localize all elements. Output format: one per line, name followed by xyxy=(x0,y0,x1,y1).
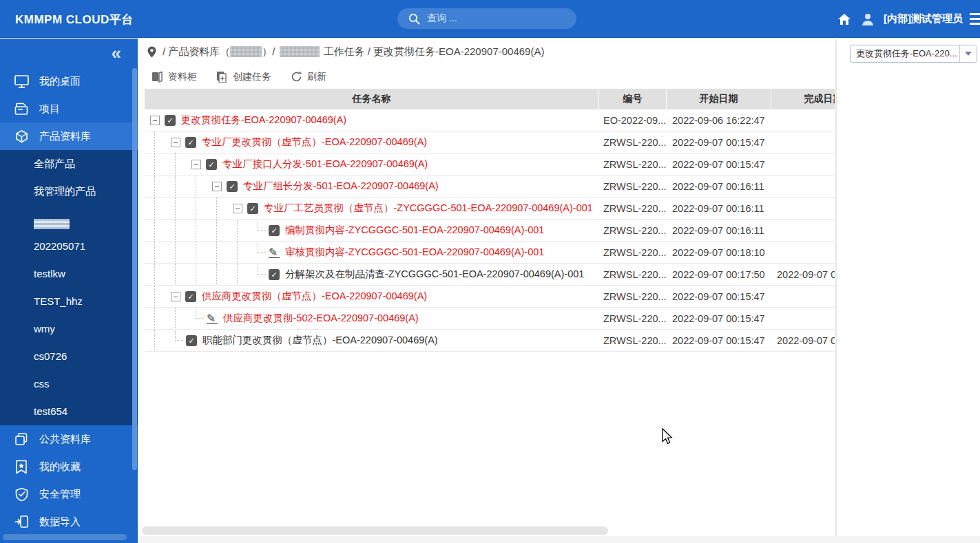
tree-collapse-icon[interactable] xyxy=(233,204,242,213)
task-name[interactable]: 编制贯彻内容-ZYCGGGC-501-EOA-220907-00469(A)-0… xyxy=(285,224,544,237)
column-header-finish-date[interactable]: 完成日期 xyxy=(771,89,835,109)
redacted-text xyxy=(230,46,262,57)
task-table: 任务名称 编号 开始日期 完成日期 ✓更改贯彻任务-EOA-220907-004… xyxy=(145,89,835,352)
dropdown-arrow-button[interactable] xyxy=(959,45,977,62)
sidebar-subitem[interactable] xyxy=(0,205,138,233)
sidebar-subitem[interactable]: 全部产品 xyxy=(0,150,138,178)
user-icon[interactable] xyxy=(859,10,877,28)
tree-collapse-icon[interactable] xyxy=(150,116,160,125)
sidebar-subitem[interactable]: test654 xyxy=(0,398,138,425)
table-row[interactable]: ✓编制贯彻内容-ZYCGGGC-501-EOA-220907-00469(A)-… xyxy=(145,220,835,242)
sidebar-item-label: 我的桌面 xyxy=(39,75,81,88)
task-name[interactable]: 专业厂更改贯彻（虚节点）-EOA-220907-00469(A) xyxy=(202,136,427,149)
tree-indent-guide xyxy=(165,308,186,330)
table-row[interactable]: ✓供应商更改贯彻（虚节点）-EOA-220907-00469(A)ZRWSL-2… xyxy=(145,286,835,308)
sidebar-vertical-scrollbar[interactable] xyxy=(132,68,137,470)
task-checkbox-icon[interactable]: ✓ xyxy=(269,225,280,236)
task-name-cell: ✓专业厂更改贯彻（虚节点）-EOA-220907-00469(A) xyxy=(145,131,599,153)
sidebar-item-public-library[interactable]: 公共资料库 xyxy=(0,425,138,453)
table-row[interactable]: ✓专业厂组长分发-501-EOA-220907-00469(A)ZRWSL-22… xyxy=(145,175,835,198)
tree-indent-guide xyxy=(186,264,207,286)
sidebar-item-security[interactable]: 安全管理 xyxy=(0,480,138,508)
sidebar-item-project[interactable]: 项目 xyxy=(0,95,138,123)
table-row[interactable]: ✎审核贯彻内容-ZYCGGGC-501-EOA-220907-00469(A)-… xyxy=(145,242,835,264)
breadcrumb-segment[interactable]: / 产品资料库（ xyxy=(163,45,230,58)
tree-collapse-icon[interactable] xyxy=(171,292,180,301)
public-library-icon xyxy=(14,432,29,447)
create-task-button[interactable]: 创建任务 xyxy=(216,71,271,83)
tree-indent-guide xyxy=(227,220,248,242)
sidebar-subitem[interactable]: wmy xyxy=(0,315,138,343)
sidebar-subitem[interactable]: TEST_hhz xyxy=(0,288,138,315)
tree-collapse-icon[interactable] xyxy=(191,160,201,169)
task-name[interactable]: 专业厂工艺员贯彻（虚节点）-ZYCGGGC-501-EOA-220907-004… xyxy=(264,202,593,215)
tree-leaf-connector xyxy=(258,265,266,275)
table-row[interactable]: ✓专业厂工艺员贯彻（虚节点）-ZYCGGGC-501-EOA-220907-00… xyxy=(145,198,835,220)
sidebar-item-desktop[interactable]: 我的桌面 xyxy=(0,67,138,95)
breadcrumb-segment[interactable]: ）/ xyxy=(262,45,275,58)
task-code: ZRWSL-220... xyxy=(599,291,667,302)
task-name[interactable]: 供应商更改贯彻-502-EOA-220907-00469(A) xyxy=(223,312,419,325)
table-row[interactable]: ✓专业厂接口人分发-501-EOA-220907-00469(A)ZRWSL-2… xyxy=(145,153,835,175)
sidebar-item-data-import[interactable]: 数据导入 xyxy=(0,508,138,535)
tree-collapse-icon[interactable] xyxy=(171,138,180,147)
task-name[interactable]: 分解架次及在制品清查-ZYCGGGC-501-EOA-220907-00469(… xyxy=(285,268,584,281)
sidebar: « 我的桌面 项目 产品资料库 全部产品我管理的产品202205071testl… xyxy=(0,39,138,543)
task-name[interactable]: 专业厂接口人分发-501-EOA-220907-00469(A) xyxy=(222,158,428,171)
home-icon[interactable] xyxy=(835,10,853,28)
tree-indent-guide xyxy=(207,220,227,242)
collapse-sidebar-button[interactable]: « xyxy=(0,39,138,67)
task-checkbox-icon[interactable]: ✓ xyxy=(247,203,258,214)
table-horizontal-scrollbar[interactable] xyxy=(142,526,608,535)
tree-indent-guide xyxy=(165,175,186,198)
tree-indent-guide xyxy=(145,286,165,308)
task-checkbox-icon[interactable]: ✓ xyxy=(269,269,280,280)
task-checkbox-icon[interactable]: ✓ xyxy=(185,291,196,302)
task-name-cell: ✓编制贯彻内容-ZYCGGGC-501-EOA-220907-00469(A)-… xyxy=(145,220,599,242)
task-checkbox-icon[interactable]: ✓ xyxy=(186,335,197,346)
sidebar-subitem[interactable]: testlkw xyxy=(0,260,138,288)
menu-icon[interactable] xyxy=(970,10,980,28)
task-checkbox-icon[interactable]: ✓ xyxy=(206,159,217,170)
cabinet-button[interactable]: 资料柜 xyxy=(152,71,197,83)
bottom-scrollbar-track[interactable] xyxy=(138,536,980,543)
column-header-start-date[interactable]: 开始日期 xyxy=(667,89,771,109)
task-table-header: 任务名称 编号 开始日期 完成日期 xyxy=(145,89,835,109)
task-name[interactable]: 专业厂组长分发-501-EOA-220907-00469(A) xyxy=(243,180,439,193)
task-selector-dropdown[interactable]: 更改贯彻任务-EOA-220... xyxy=(850,45,977,63)
refresh-button[interactable]: 刷新 xyxy=(291,71,326,83)
tree-leaf-connector xyxy=(175,331,183,341)
redacted-text xyxy=(34,219,70,229)
table-row[interactable]: ✓职能部门更改贯彻（虚节点）-EOA-220907-00469(A)ZRWSL-… xyxy=(145,330,835,352)
sidebar-subitem[interactable]: css xyxy=(0,370,138,398)
column-header-task-name[interactable]: 任务名称 xyxy=(145,89,599,109)
sidebar-subitem[interactable]: 202205071 xyxy=(0,233,138,260)
edit-task-icon[interactable]: ✎ xyxy=(207,313,218,324)
task-name[interactable]: 审核贯彻内容-ZYCGGGC-501-EOA-220907-00469(A)-0… xyxy=(285,246,544,259)
table-row[interactable]: ✓更改贯彻任务-EOA-220907-00469(A)EO-2022-09...… xyxy=(145,109,835,131)
task-start-date: 2022-09-07 00:17:50 xyxy=(667,269,771,280)
sidebar-item-product-library[interactable]: 产品资料库 xyxy=(0,123,138,150)
table-row[interactable]: ✓分解架次及在制品清查-ZYCGGGC-501-EOA-220907-00469… xyxy=(145,264,835,286)
task-checkbox-icon[interactable]: ✓ xyxy=(185,137,196,148)
edit-task-icon[interactable]: ✎ xyxy=(269,247,280,258)
column-header-code[interactable]: 编号 xyxy=(599,89,667,109)
task-name[interactable]: 供应商更改贯彻（虚节点）-EOA-220907-00469(A) xyxy=(202,290,427,303)
sidebar-horizontal-scrollbar[interactable] xyxy=(3,534,127,540)
tree-leaf-connector xyxy=(196,309,204,319)
redacted-text xyxy=(280,46,320,57)
refresh-icon xyxy=(291,71,302,83)
task-name[interactable]: 职能部门更改贯彻（虚节点）-EOA-220907-00469(A) xyxy=(202,334,438,347)
sidebar-subitem[interactable]: 我管理的产品 xyxy=(0,178,138,205)
task-name[interactable]: 更改贯彻任务-EOA-220907-00469(A) xyxy=(181,114,346,127)
table-row[interactable]: ✓专业厂更改贯彻（虚节点）-EOA-220907-00469(A)ZRWSL-2… xyxy=(145,131,835,153)
task-name-cell: ✎供应商更改贯彻-502-EOA-220907-00469(A) xyxy=(145,308,599,330)
global-search-input[interactable]: 查询 ... xyxy=(397,8,576,29)
table-row[interactable]: ✎供应商更改贯彻-502-EOA-220907-00469(A)ZRWSL-22… xyxy=(145,308,835,330)
sidebar-item-favorites[interactable]: 我的收藏 xyxy=(0,453,138,480)
breadcrumb-current[interactable]: 工作任务 / 更改贯彻任务-EOA-220907-00469(A) xyxy=(324,45,545,58)
tree-collapse-icon[interactable] xyxy=(212,182,222,191)
task-checkbox-icon[interactable]: ✓ xyxy=(165,115,176,126)
sidebar-subitem[interactable]: cs0726 xyxy=(0,343,138,370)
task-checkbox-icon[interactable]: ✓ xyxy=(227,181,238,192)
